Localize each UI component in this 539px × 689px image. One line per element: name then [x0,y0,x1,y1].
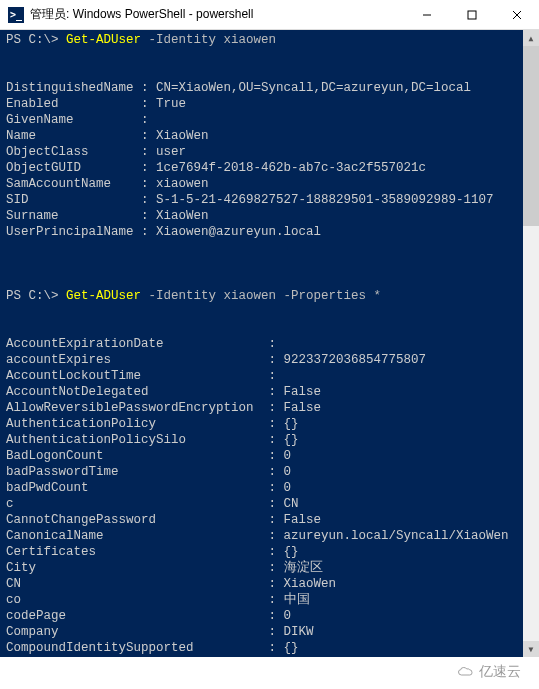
minimize-button[interactable] [404,0,449,29]
property-row: CannotChangePassword : False [6,512,533,528]
property-row: Surname : XiaoWen [6,208,533,224]
property-row: Country : CN [6,656,533,657]
terminal-pane[interactable]: PS C:\> Get-ADUser -Identity xiaowen Dis… [0,30,539,657]
property-row: Name : XiaoWen [6,128,533,144]
property-row: badPwdCount : 0 [6,480,533,496]
scrollbar-thumb[interactable] [523,46,539,226]
property-row: GivenName : [6,112,533,128]
output-block-2: AccountExpirationDate : accountExpires :… [6,336,533,657]
property-row: Enabled : True [6,96,533,112]
cloud-icon [457,666,475,678]
property-row: Certificates : {} [6,544,533,560]
maximize-button[interactable] [449,0,494,29]
window-title: 管理员: Windows PowerShell - powershell [30,6,404,23]
property-row: accountExpires : 9223372036854775807 [6,352,533,368]
property-row: AccountLockoutTime : [6,368,533,384]
property-row: AccountExpirationDate : [6,336,533,352]
property-row: BadLogonCount : 0 [6,448,533,464]
property-row: c : CN [6,496,533,512]
property-row: AllowReversiblePasswordEncryption : Fals… [6,400,533,416]
property-row: CanonicalName : azureyun.local/Syncall/X… [6,528,533,544]
command-line-1: PS C:\> Get-ADUser -Identity xiaowen [6,32,533,48]
watermark: 亿速云 [451,661,527,683]
output-block-1: DistinguishedName : CN=XiaoWen,OU=Syncal… [6,80,533,240]
property-row: DistinguishedName : CN=XiaoWen,OU=Syncal… [6,80,533,96]
command-line-2: PS C:\> Get-ADUser -Identity xiaowen -Pr… [6,288,533,304]
property-row: AuthenticationPolicySilo : {} [6,432,533,448]
property-row: AuthenticationPolicy : {} [6,416,533,432]
svg-rect-1 [468,11,476,19]
vertical-scrollbar[interactable]: ▲ ▼ [523,30,539,657]
property-row: co : 中国 [6,592,533,608]
property-row: ObjectGUID : 1ce7694f-2018-462b-ab7c-3ac… [6,160,533,176]
property-row: ObjectClass : user [6,144,533,160]
property-row: City : 海淀区 [6,560,533,576]
property-row: CN : XiaoWen [6,576,533,592]
scrollbar-up-button[interactable]: ▲ [523,30,539,46]
property-row: badPasswordTime : 0 [6,464,533,480]
property-row: UserPrincipalName : Xiaowen@azureyun.loc… [6,224,533,240]
window-titlebar: >_ 管理员: Windows PowerShell - powershell [0,0,539,30]
property-row: Company : DIKW [6,624,533,640]
window-buttons [404,0,539,29]
powershell-icon: >_ [8,7,24,23]
property-row: CompoundIdentitySupported : {} [6,640,533,656]
close-button[interactable] [494,0,539,29]
property-row: SamAccountName : xiaowen [6,176,533,192]
property-row: AccountNotDelegated : False [6,384,533,400]
scrollbar-down-button[interactable]: ▼ [523,641,539,657]
property-row: codePage : 0 [6,608,533,624]
property-row: SID : S-1-5-21-4269827527-188829501-3589… [6,192,533,208]
